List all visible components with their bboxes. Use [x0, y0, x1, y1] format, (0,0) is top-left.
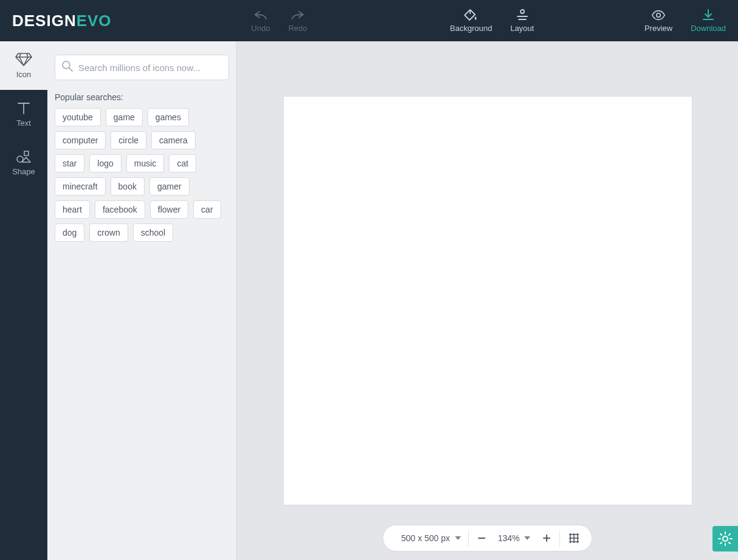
redo-button[interactable]: Redo	[289, 9, 307, 33]
eye-icon	[651, 9, 666, 21]
nav-icon-label: Icon	[16, 70, 32, 79]
grid-icon	[569, 533, 579, 544]
brand-part2: EVO	[77, 12, 112, 30]
header-group-canvas: Background Layout	[450, 9, 534, 33]
bottom-toolbar: 500 x 500 px 134%	[383, 525, 593, 551]
svg-line-6	[69, 68, 72, 71]
tag-item[interactable]: logo	[89, 154, 121, 172]
tag-item[interactable]: gamer	[149, 177, 190, 196]
background-button[interactable]: Background	[450, 9, 492, 33]
sidebar-nav: Icon Text Shape	[0, 41, 47, 560]
layout-icon	[515, 9, 530, 21]
diamond-icon	[15, 53, 32, 66]
caret-down-icon	[524, 536, 530, 540]
tag-item[interactable]: cat	[169, 154, 196, 172]
canvas[interactable]	[284, 97, 692, 505]
zoom-out-button[interactable]	[469, 534, 494, 542]
layout-label: Layout	[510, 24, 534, 33]
settings-button[interactable]	[712, 526, 738, 551]
brand-part1: DESIGN	[12, 12, 77, 30]
plus-icon	[542, 534, 551, 542]
tag-item[interactable]: flower	[150, 200, 188, 219]
tag-item[interactable]: heart	[55, 200, 90, 219]
search-box[interactable]	[55, 55, 229, 80]
svg-line-24	[720, 542, 722, 544]
download-button[interactable]: Download	[691, 9, 726, 33]
nav-text-label: Text	[16, 118, 31, 128]
grid-toggle-button[interactable]	[560, 533, 588, 544]
header-group-undo-redo: Undo Redo	[251, 9, 307, 33]
preview-button[interactable]: Preview	[644, 9, 672, 33]
preview-label: Preview	[644, 24, 672, 33]
search-icon	[61, 60, 78, 75]
text-icon	[16, 101, 31, 115]
canvas-size-label: 500 x 500 px	[401, 533, 450, 543]
nav-text[interactable]: Text	[0, 90, 47, 138]
app-body: Icon Text Shape Popular searches: youtub…	[0, 41, 738, 560]
tag-item[interactable]: facebook	[95, 200, 145, 219]
background-label: Background	[450, 24, 492, 33]
zoom-level-button[interactable]: 134%	[494, 525, 535, 551]
tag-item[interactable]: dog	[55, 224, 84, 242]
caret-down-icon	[455, 536, 461, 540]
tag-item[interactable]: camera	[151, 131, 196, 149]
svg-point-16	[723, 536, 728, 541]
brand-logo[interactable]: DESIGNEVO	[12, 12, 112, 30]
svg-line-23	[729, 534, 730, 535]
tag-item[interactable]: car	[193, 200, 220, 219]
tag-item[interactable]: circle	[111, 131, 146, 149]
svg-line-21	[720, 534, 722, 535]
svg-point-5	[63, 61, 70, 69]
nav-icon[interactable]: Icon	[0, 41, 47, 90]
tag-item[interactable]: games	[148, 108, 189, 126]
shapes-icon	[16, 150, 32, 163]
zoom-in-button[interactable]	[534, 534, 559, 542]
nav-shape[interactable]: Shape	[0, 138, 47, 187]
app-header: DESIGNEVO Undo Redo Background Layo	[0, 0, 738, 41]
tag-item[interactable]: star	[55, 154, 84, 172]
tag-item[interactable]: book	[111, 177, 145, 196]
svg-point-0	[521, 10, 524, 13]
nav-shape-label: Shape	[12, 167, 35, 176]
zoom-level-label: 134%	[498, 533, 520, 543]
redo-label: Redo	[289, 24, 307, 33]
canvas-size-button[interactable]: 500 x 500 px	[394, 525, 468, 551]
tag-item[interactable]: crown	[89, 224, 128, 242]
layout-button[interactable]: Layout	[510, 9, 534, 33]
tag-item[interactable]: minecraft	[55, 177, 106, 196]
tag-item[interactable]: game	[106, 108, 143, 126]
popular-searches-label: Popular searches:	[55, 92, 229, 102]
search-input[interactable]	[78, 63, 222, 73]
paint-bucket-icon	[463, 9, 478, 21]
undo-label: Undo	[251, 24, 270, 33]
tag-item[interactable]: music	[126, 154, 165, 172]
undo-icon	[253, 9, 268, 21]
popular-tags: youtube game games computer circle camer…	[55, 108, 229, 242]
header-group-actions: Preview Download	[644, 9, 726, 33]
download-label: Download	[691, 24, 726, 33]
tag-item[interactable]: youtube	[55, 108, 101, 126]
tag-item[interactable]: school	[133, 224, 173, 242]
gear-icon	[717, 531, 733, 547]
redo-icon	[290, 9, 305, 21]
undo-button[interactable]: Undo	[251, 9, 270, 33]
svg-line-22	[729, 542, 730, 544]
minus-icon	[477, 534, 486, 542]
side-panel: Popular searches: youtube game games com…	[47, 41, 237, 560]
svg-point-3	[657, 13, 660, 16]
tag-item[interactable]: computer	[55, 131, 106, 149]
workspace: 500 x 500 px 134%	[237, 41, 738, 560]
download-icon	[701, 9, 716, 21]
